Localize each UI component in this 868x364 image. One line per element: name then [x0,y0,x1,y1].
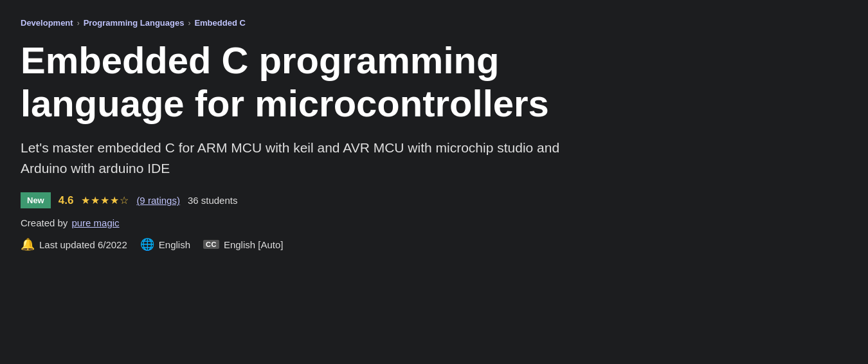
course-title: Embedded C programming language for micr… [21,39,599,125]
new-badge: New [21,192,51,208]
created-by-label: Created by [21,217,68,228]
creator-link[interactable]: pure magic [71,217,119,228]
meta-row: 🔔 Last updated 6/2022 🌐 English CC Engli… [21,237,847,251]
last-updated-text: Last updated 6/2022 [39,239,127,250]
course-subtitle: Let's master embedded C for ARM MCU with… [21,138,580,178]
breadcrumb-programming-languages[interactable]: Programming Languages [84,18,185,28]
star-2: ★ [91,194,100,206]
students-count: 36 students [188,195,238,206]
rating-row: New 4.6 ★ ★ ★ ★ ☆ (9 ratings) 36 student… [21,192,847,208]
language-text: English [159,239,190,250]
cc-icon: CC [203,240,219,249]
last-updated-item: 🔔 Last updated 6/2022 [21,237,127,251]
created-by-row: Created by pure magic [21,217,847,228]
rating-score: 4.6 [59,194,74,207]
star-3: ★ [100,194,109,206]
ratings-link[interactable]: (9 ratings) [136,195,180,206]
star-4: ★ [110,194,119,206]
breadcrumb-embedded-c[interactable]: Embedded C [194,18,245,28]
caption-text: English [Auto] [224,239,284,250]
breadcrumb: Development › Programming Languages › Em… [21,18,847,28]
globe-icon: 🌐 [140,237,154,251]
caption-item: CC English [Auto] [203,239,283,250]
breadcrumb-separator-1: › [77,19,80,28]
language-item: 🌐 English [140,237,190,251]
star-half: ☆ [120,194,129,206]
breadcrumb-separator-2: › [188,19,190,28]
stars: ★ ★ ★ ★ ☆ [81,194,129,206]
star-1: ★ [81,194,90,206]
update-icon: 🔔 [21,237,35,251]
breadcrumb-development[interactable]: Development [21,18,73,28]
